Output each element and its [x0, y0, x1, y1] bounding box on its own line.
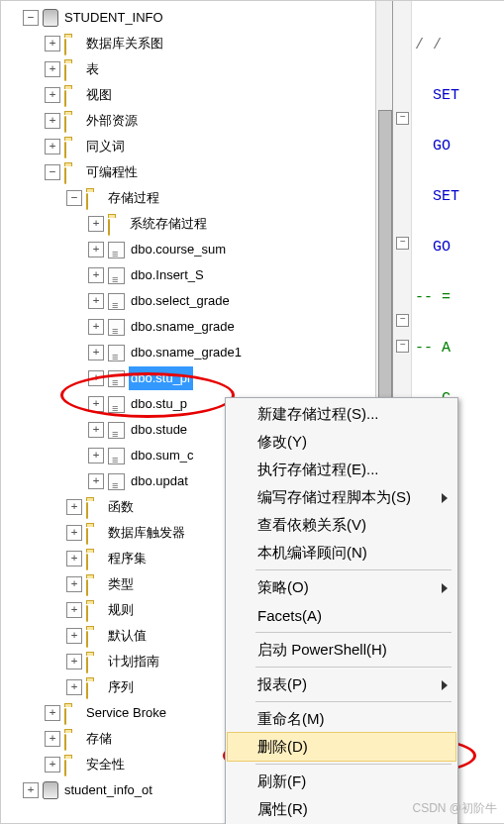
- tree-node-sp[interactable]: +dbo.select_grade: [5, 288, 392, 314]
- expand-icon[interactable]: +: [45, 731, 60, 747]
- expand-icon[interactable]: +: [66, 525, 82, 541]
- collapse-icon[interactable]: −: [66, 190, 82, 206]
- watermark: CSDN @初阶牛: [412, 800, 497, 817]
- expand-icon[interactable]: +: [66, 679, 82, 695]
- folder-icon: [86, 502, 88, 519]
- proc-icon: [108, 242, 125, 258]
- proc-icon: [108, 319, 125, 336]
- menu-separator: [255, 569, 452, 570]
- tree-node-extres[interactable]: +外部资源: [5, 108, 392, 134]
- tree-node-sp[interactable]: +dbo.course_sum: [5, 237, 392, 262]
- expand-icon[interactable]: +: [66, 628, 82, 644]
- expand-icon[interactable]: +: [88, 242, 104, 258]
- menu-view-deps[interactable]: 查看依赖关系(V): [228, 511, 455, 539]
- tree-node-sp-selected[interactable]: +dbo.stu_pr: [5, 365, 392, 391]
- expand-icon[interactable]: +: [88, 293, 104, 309]
- folder-icon: [64, 90, 66, 107]
- expand-icon[interactable]: +: [45, 705, 60, 721]
- expand-icon[interactable]: +: [66, 576, 82, 592]
- menu-exec[interactable]: 执行存储过程(E)...: [228, 456, 455, 483]
- expand-icon[interactable]: +: [45, 36, 60, 52]
- tree-node-programmability[interactable]: −可编程性: [5, 159, 392, 185]
- folder-icon: [64, 708, 66, 725]
- expand-icon[interactable]: +: [88, 345, 104, 360]
- folder-icon: [64, 39, 66, 55]
- menu-script-as[interactable]: 编写存储过程脚本为(S): [228, 483, 455, 511]
- folder-icon: [64, 167, 66, 184]
- menu-powershell[interactable]: 启动 PowerShell(H): [228, 636, 455, 664]
- folder-icon: [86, 605, 88, 622]
- tree-node-system-sp[interactable]: +系统存储过程: [5, 211, 392, 237]
- folder-icon: [64, 760, 66, 776]
- scrollbar-thumb[interactable]: [378, 110, 392, 409]
- menu-native-advisor[interactable]: 本机编译顾问(N): [228, 539, 455, 566]
- expand-icon[interactable]: +: [88, 319, 104, 335]
- proc-icon: [108, 422, 125, 439]
- expand-icon[interactable]: +: [88, 473, 104, 489]
- proc-icon: [108, 345, 125, 361]
- fold-icon[interactable]: −: [396, 237, 409, 250]
- folder-icon: [86, 193, 88, 210]
- folder-icon: [86, 657, 88, 673]
- menu-modify[interactable]: 修改(Y): [228, 428, 455, 456]
- folder-icon: [86, 528, 88, 545]
- expand-icon[interactable]: +: [23, 782, 39, 798]
- expand-icon[interactable]: +: [88, 267, 104, 283]
- expand-icon[interactable]: +: [45, 139, 60, 154]
- menu-separator: [255, 632, 452, 633]
- tree-node-diagram[interactable]: +数据库关系图: [5, 31, 392, 56]
- tree-node-database[interactable]: −STUDENT_INFO: [5, 5, 392, 31]
- folder-icon: [86, 554, 88, 570]
- menu-separator: [255, 764, 452, 765]
- expand-icon[interactable]: +: [45, 87, 60, 103]
- collapse-icon[interactable]: −: [45, 164, 60, 180]
- menu-separator: [255, 667, 452, 668]
- tree-node-sp[interactable]: +dbo.sname_grade1: [5, 340, 392, 365]
- tree-node-synonyms[interactable]: +同义词: [5, 134, 392, 159]
- proc-icon: [108, 448, 125, 464]
- menu-reports[interactable]: 报表(P): [228, 670, 455, 698]
- menu-facets[interactable]: Facets(A): [228, 601, 455, 629]
- expand-icon[interactable]: +: [88, 216, 104, 232]
- folder-icon: [86, 682, 88, 699]
- folder-icon: [86, 579, 88, 596]
- database-icon: [43, 9, 58, 27]
- folder-icon: [64, 734, 66, 751]
- context-menu: 新建存储过程(S)... 修改(Y) 执行存储过程(E)... 编写存储过程脚本…: [225, 397, 458, 824]
- fold-icon[interactable]: −: [396, 112, 409, 125]
- fold-icon[interactable]: −: [396, 314, 409, 327]
- collapse-icon[interactable]: −: [23, 10, 39, 26]
- expand-icon[interactable]: +: [88, 396, 104, 412]
- proc-icon: [108, 293, 125, 310]
- folder-icon: [86, 631, 88, 648]
- expand-icon[interactable]: +: [66, 602, 82, 618]
- proc-icon: [108, 370, 125, 387]
- tree-node-views[interactable]: +视图: [5, 82, 392, 108]
- expand-icon[interactable]: +: [88, 370, 104, 386]
- expand-icon[interactable]: +: [66, 654, 82, 670]
- proc-icon: [108, 267, 125, 284]
- proc-icon: [108, 473, 125, 490]
- menu-new-sp[interactable]: 新建存储过程(S)...: [228, 400, 455, 428]
- expand-icon[interactable]: +: [45, 757, 60, 772]
- fold-icon[interactable]: −: [396, 340, 409, 353]
- folder-icon: [64, 142, 66, 158]
- expand-icon[interactable]: +: [88, 422, 104, 438]
- menu-rename[interactable]: 重命名(M): [228, 705, 455, 733]
- tree-node-sp[interactable]: +dbo.sname_grade: [5, 314, 392, 340]
- expand-icon[interactable]: +: [88, 448, 104, 464]
- expand-icon[interactable]: +: [45, 61, 60, 77]
- db-name: STUDENT_INFO: [62, 6, 165, 30]
- menu-policies[interactable]: 策略(O): [228, 573, 455, 601]
- tree-node-stored-procedures[interactable]: −存储过程: [5, 185, 392, 211]
- database-icon: [43, 781, 58, 799]
- expand-icon[interactable]: +: [45, 113, 60, 129]
- folder-icon: [64, 116, 66, 133]
- expand-icon[interactable]: +: [66, 551, 82, 566]
- menu-refresh[interactable]: 刷新(F): [228, 768, 455, 795]
- proc-icon: [108, 396, 125, 413]
- tree-node-sp[interactable]: +dbo.Insert_S: [5, 262, 392, 288]
- menu-delete[interactable]: 删除(D): [228, 733, 455, 761]
- tree-node-tables[interactable]: +表: [5, 56, 392, 82]
- expand-icon[interactable]: +: [66, 499, 82, 515]
